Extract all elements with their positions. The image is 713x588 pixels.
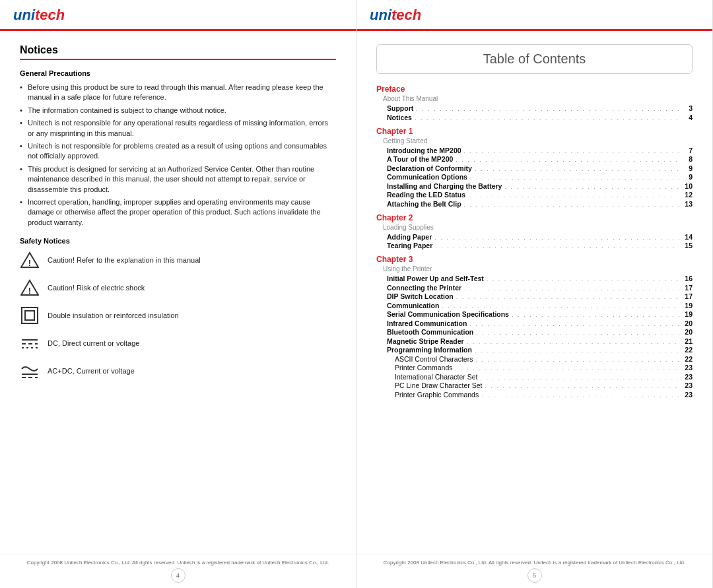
- toc-page-serial: 19: [682, 310, 693, 318]
- toc-page-graphic: 23: [682, 391, 693, 399]
- acdc-icon: [20, 361, 40, 381]
- toc-label-tour: A Tour of the MP200: [387, 155, 453, 163]
- right-logo: unitech: [370, 7, 699, 24]
- toc-entry-serial: Serial Communication Specifications . . …: [376, 310, 693, 318]
- toc-entry-declaration: Declaration of Conformity . . . . . . . …: [376, 164, 693, 172]
- toc-page-add-paper: 14: [682, 233, 693, 241]
- toc-entry-connect: Connecting the Printer . . . . . . . . .…: [376, 284, 693, 292]
- toc-label-connect: Connecting the Printer: [387, 284, 461, 292]
- bullet-1: Before using this product be sure to rea…: [20, 82, 336, 103]
- toc-label-battery: Installing and Charging the Battery: [387, 182, 502, 190]
- toc-page-pcline: 23: [682, 381, 693, 389]
- toc-page-bluetooth: 20: [682, 328, 693, 336]
- safety-item-3: Double insulation or reinforced insulati…: [20, 306, 336, 325]
- logo-tech-left: tech: [35, 7, 65, 23]
- toc-page-tour: 8: [682, 155, 693, 163]
- toc-page-support: 3: [682, 104, 693, 112]
- toc-page-declaration: 9: [682, 164, 693, 172]
- toc-entry-battery: Installing and Charging the Battery . . …: [376, 182, 693, 190]
- logo-tech-right: tech: [391, 7, 421, 23]
- safety-item-5: AC+DC, Current or voltage: [20, 361, 336, 381]
- toc-page-infrared: 20: [682, 319, 693, 327]
- warning-triangle-icon-1: !: [20, 250, 40, 270]
- toc-page-comm-options: 9: [682, 173, 693, 181]
- bullet-3: Unitech is not responsible for any opera…: [20, 118, 336, 139]
- toc-dots-beltclip: . . . . . . . . . . . . . . . . . . . . …: [464, 201, 679, 208]
- toc-page-printercmds: 23: [682, 364, 693, 372]
- svg-rect-5: [25, 311, 34, 320]
- toc-entry-notices: Notices . . . . . . . . . . . . . . . . …: [376, 114, 693, 121]
- toc-label-printercmds: Printer Commands: [395, 364, 453, 372]
- toc-dots-bluetooth: . . . . . . . . . . . . . . . . . . . . …: [476, 329, 679, 336]
- safety-item-1: ! Caution! Refer to the explanation in t…: [20, 250, 336, 270]
- toc-entry-comm-options: Communication Options . . . . . . . . . …: [376, 173, 693, 181]
- chapter1-label: Chapter 1: [376, 127, 693, 136]
- left-content: Notices General Precautions Before using…: [0, 31, 356, 554]
- toc-chapter3-group: Chapter 3 Using the Printer Initial Powe…: [376, 255, 693, 399]
- toc-label-bluetooth: Bluetooth Communication: [387, 328, 473, 336]
- toc-dots-tear-paper: . . . . . . . . . . . . . . . . . . . . …: [435, 243, 679, 249]
- toc-page-comm: 19: [682, 302, 693, 310]
- svg-text:!: !: [28, 286, 31, 296]
- general-precautions-heading: General Precautions: [20, 69, 336, 77]
- toc-dots-add-paper: . . . . . . . . . . . . . . . . . . . . …: [434, 234, 679, 241]
- toc-label-declaration: Declaration of Conformity: [387, 164, 472, 172]
- safety-text-5: AC+DC, Current or voltage: [48, 367, 135, 375]
- left-page-number: 4: [171, 568, 186, 583]
- toc-label-serial: Serial Communication Specifications: [387, 310, 509, 318]
- left-footer: Copyright 2008 Unitech Electronics Co., …: [0, 554, 356, 588]
- bullet-5: This product is designed for servicing a…: [20, 164, 336, 195]
- right-page: unitech Table of Contents Preface About …: [356, 0, 713, 588]
- chapter3-label: Chapter 3: [376, 255, 693, 264]
- right-page-number: 5: [527, 568, 542, 583]
- toc-dots-graphic: . . . . . . . . . . . . . . . . . . . . …: [481, 392, 679, 399]
- toc-dots-comm: . . . . . . . . . . . . . . . . . . . . …: [442, 303, 679, 310]
- toc-dots-mp200-intro: . . . . . . . . . . . . . . . . . . . . …: [464, 148, 679, 154]
- toc-page-connect: 17: [682, 284, 693, 292]
- toc-label-magstripe: Magnetic Stripe Reader: [387, 337, 464, 345]
- safety-text-4: DC, Direct current or voltage: [48, 339, 139, 347]
- toc-page-mp200-intro: 7: [682, 147, 693, 154]
- toc-label-support: Support: [387, 104, 413, 112]
- toc-page-selftest: 16: [682, 275, 693, 282]
- toc-entry-selftest: Initial Power Up and Self-Test . . . . .…: [376, 275, 693, 282]
- toc-label-comm: Communication: [387, 302, 439, 310]
- toc-page-intl: 23: [682, 373, 693, 381]
- toc-page-beltclip: 13: [682, 200, 693, 208]
- double-insulation-icon: [20, 306, 40, 325]
- left-header: unitech: [0, 0, 356, 31]
- logo-uni-left: uni: [13, 7, 35, 23]
- toc-label-dip: DIP Switch Location: [387, 292, 454, 300]
- right-footer-text: Copyright 2008 Unitech Electronics Co., …: [370, 560, 699, 566]
- toc-dots-printercmds: . . . . . . . . . . . . . . . . . . . . …: [456, 365, 679, 372]
- toc-chapter1-group: Chapter 1 Getting Started Introducing th…: [376, 127, 693, 208]
- bullet-6: Incorrect operation, handling, improper …: [20, 197, 336, 228]
- toc-preface-group: Preface About This Manual Support . . . …: [376, 84, 693, 121]
- toc-entry-graphic: Printer Graphic Commands . . . . . . . .…: [376, 391, 693, 399]
- toc-entry-mp200-intro: Introducing the MP200 . . . . . . . . . …: [376, 147, 693, 154]
- toc-dots-battery: . . . . . . . . . . . . . . . . . . . . …: [504, 183, 679, 190]
- toc-entry-add-paper: Adding Paper . . . . . . . . . . . . . .…: [376, 233, 693, 241]
- safety-text-1: Caution! Refer to the explanation in thi…: [48, 256, 201, 264]
- bullet-2: The information contained is subject to …: [20, 106, 336, 115]
- toc-page-tear-paper: 15: [682, 242, 693, 249]
- warning-triangle-icon-2: !: [20, 278, 40, 298]
- right-footer: Copyright 2008 Unitech Electronics Co., …: [356, 554, 712, 588]
- toc-entry-prog: Programming Information . . . . . . . . …: [376, 346, 693, 354]
- svg-rect-4: [22, 308, 38, 323]
- toc-page-ascii: 22: [682, 355, 693, 363]
- toc-label-infrared: Infrared Communication: [387, 319, 467, 327]
- toc-dots-tour: . . . . . . . . . . . . . . . . . . . . …: [456, 156, 679, 163]
- toc-entry-dip: DIP Switch Location . . . . . . . . . . …: [376, 292, 693, 300]
- toc-label-tear-paper: Tearing Paper: [387, 242, 432, 249]
- toc-label-notices: Notices: [387, 114, 412, 121]
- toc-label-add-paper: Adding Paper: [387, 233, 432, 241]
- toc-label-graphic: Printer Graphic Commands: [395, 391, 479, 399]
- toc-page-led: 12: [682, 191, 693, 199]
- toc-dots-led: . . . . . . . . . . . . . . . . . . . . …: [468, 192, 679, 199]
- safety-item-4: DC, Direct current or voltage: [20, 333, 336, 353]
- chapter2-label: Chapter 2: [376, 213, 693, 222]
- toc-label-selftest: Initial Power Up and Self-Test: [387, 275, 484, 282]
- right-content: Table of Contents Preface About This Man…: [356, 31, 712, 554]
- toc-page-battery: 10: [682, 182, 693, 190]
